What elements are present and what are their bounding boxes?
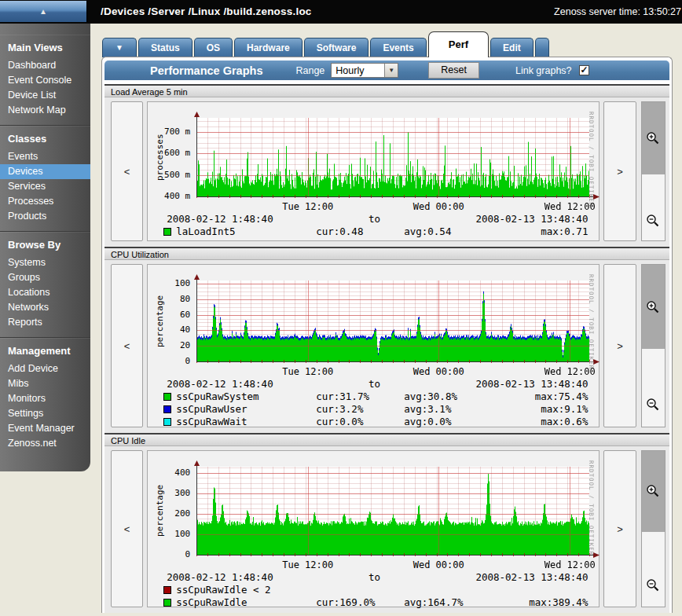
scroll-left-button[interactable]: < [111,101,143,241]
sidebar-item-device-list[interactable]: Device List [0,88,90,103]
zoom-out-icon[interactable] [646,578,660,592]
graph-title: CPU Idle [104,433,669,446]
zoom-in-icon[interactable] [646,484,660,498]
zoom-controls [641,450,666,607]
sidebar-item-reports[interactable]: Reports [0,315,90,330]
tab-events[interactable]: Events [370,38,426,57]
sidebar-heading: Management [0,343,90,361]
tab-spacer [535,38,549,57]
sidebar-item-groups[interactable]: Groups [0,270,90,285]
tab-hardware[interactable]: Hardware [234,38,302,57]
sidebar-item-devices[interactable]: Devices [0,164,90,179]
scroll-right-button[interactable]: > [603,264,636,427]
graph-section-cpu-idle: CPU Idle < percentage 400 300 200 100 0 … [104,433,669,613]
scroll-right-button[interactable]: > [603,101,636,241]
zoom-out-icon[interactable] [646,214,660,228]
sidebar-item-network-map[interactable]: Network Map [0,103,90,118]
y-tick: 400 m [148,191,190,201]
link-graphs-checkbox[interactable] [579,65,589,75]
sidebar-item-services[interactable]: Services [0,179,90,194]
legend-avg: avg:3.1% [404,403,498,415]
tab-os[interactable]: OS [194,38,233,57]
period-to: 2008-02-13 13:48:40 [475,378,588,390]
legend-name: ssCpuRawWait [176,416,316,427]
period-to-word: to [273,213,476,225]
y-tick: 40 [148,324,190,335]
sidebar-item-networks[interactable]: Networks [0,300,90,315]
sidebar-item-event-console[interactable]: Event Console [0,73,90,88]
rrdtool-watermark: RRDTOOL / TOBI OETIKER [588,460,595,556]
select-dropdown-icon[interactable]: ▼ [384,64,398,77]
sidebar-collapse-button[interactable]: ▲ [0,1,88,22]
period-from: 2008-02-12 1:48:40 [167,571,273,583]
sidebar-section-classes: Classes Events Devices Services Processe… [0,125,90,224]
sidebar-item-settings[interactable]: Settings [0,406,90,421]
zoom-track [642,451,665,532]
tab-edit[interactable]: Edit [490,38,534,57]
sidebar-item-events[interactable]: Events [0,149,90,164]
zoom-out-icon[interactable] [646,398,660,412]
range-label: Range [295,65,324,76]
sidebar-item-add-device[interactable]: Add Device [0,361,90,376]
sidebar-item-mibs[interactable]: Mibs [0,376,90,391]
sidebar-item-products[interactable]: Products [0,209,90,224]
x-tick: Tue 12:00 [282,559,333,570]
sidebar-section-browse-by: Browse By Systems Groups Locations Netwo… [0,231,90,330]
period-to: 2008-02-13 13:48:40 [475,213,588,225]
scroll-right-button[interactable]: > [603,450,636,607]
legend-name: ssCpuRawIdle < 2 [176,584,316,596]
legend-swatch [163,393,171,401]
legend-cur: cur:31.7% [316,390,404,402]
sidebar-item-dashboard[interactable]: Dashboard [0,58,90,73]
y-tick: 200 [148,508,190,519]
y-tick: 100 [148,529,190,539]
tab-menu-dropdown[interactable]: ▼ [102,38,137,57]
perf-toolbar: Performance Graphs Range Hourly ▼ Reset … [104,60,669,80]
plot-canvas [193,274,600,365]
legend-name: laLoadInt5 [176,226,316,237]
legend-avg: avg:0.54 [404,226,498,237]
legend-swatch [163,599,171,607]
period-to-word: to [273,378,476,390]
period-row: 2008-02-12 1:48:40 to 2008-02-13 13:48:4… [167,571,588,583]
y-tick: 0 [148,356,190,366]
sidebar-item-systems[interactable]: Systems [0,255,90,270]
legend-cur: cur:0.0% [316,416,404,427]
sidebar-item-monitors[interactable]: Monitors [0,391,90,406]
y-tick: 100 [148,278,190,288]
legend-name: ssCpuRawUser [176,403,316,415]
zoom-in-icon[interactable] [646,300,660,314]
sidebar-heading: Main Views [0,40,90,58]
sidebar-item-event-manager[interactable]: Event Manager [0,421,90,436]
scroll-left-button[interactable]: < [111,264,143,427]
plot-canvas [193,112,600,200]
server-time: Zenoss server time: 13:50:27 [554,0,681,24]
legend-row: ssCpuRawUser cur:3.2% avg:3.1% max:9.1% [163,403,588,415]
graph-title: Load Average 5 min [104,84,669,97]
zoom-controls [641,101,666,241]
sidebar-heading: Classes [0,131,90,149]
tab-perf[interactable]: Perf [428,31,489,57]
graph-title: CPU Utilization [104,247,669,260]
legend-swatch [163,586,171,594]
scroll-left-button[interactable]: < [111,450,143,607]
zenoss-perf-page: ▲ /Devices /Server /Linux /build.zenoss.… [0,0,682,616]
sidebar-section-main-views: Main Views Dashboard Event Console Devic… [0,35,90,118]
period-from: 2008-02-12 1:48:40 [167,213,273,225]
reset-button[interactable]: Reset [428,62,479,79]
y-tick: 400 [148,468,190,478]
sidebar-item-zenoss-net[interactable]: Zenoss.net [0,436,90,451]
zoom-in-icon[interactable] [646,131,660,145]
period-row: 2008-02-12 1:48:40 to 2008-02-13 13:48:4… [167,378,588,390]
sidebar-item-processes[interactable]: Processes [0,194,90,209]
x-tick: Wed 00:00 [413,559,464,570]
breadcrumb[interactable]: /Devices /Server /Linux /build.zenoss.lo… [101,0,312,24]
range-select[interactable]: Hourly ▼ [331,63,398,78]
graph-row: < processes 700 m 600 m 500 m 400 m RRDT… [104,97,669,247]
sidebar-item-locations[interactable]: Locations [0,285,90,300]
rrd-graph: percentage 400 300 200 100 0 RRDTOOL / T… [147,450,600,607]
legend-swatch [163,418,171,426]
tab-software[interactable]: Software [304,38,369,57]
sidebar-section-management: Management Add Device Mibs Monitors Sett… [0,337,90,451]
tab-status[interactable]: Status [138,38,192,57]
